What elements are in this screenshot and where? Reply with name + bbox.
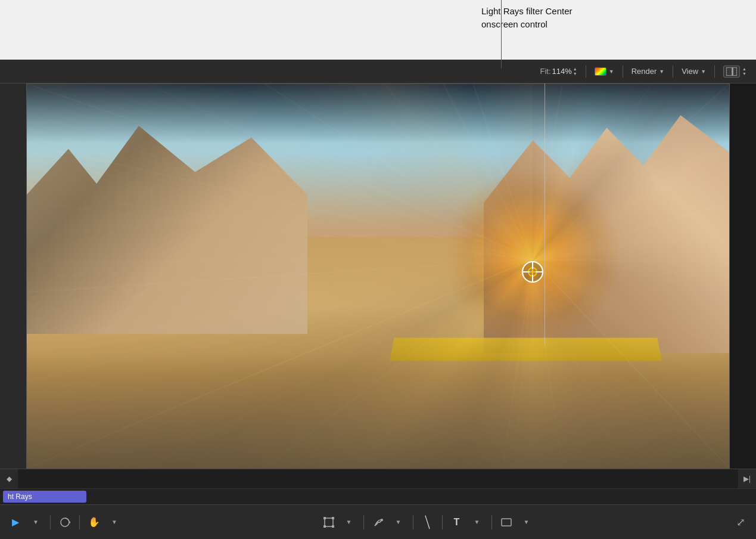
- svg-point-42: [381, 519, 383, 521]
- shape-icon: [501, 518, 512, 526]
- toolbar-divider-2: [623, 66, 623, 78]
- annotation-text: Light Rays filter Center onscreen contro…: [481, 5, 573, 30]
- timeline-bar[interactable]: ◆ ▶|: [0, 469, 756, 489]
- pen-icon: [373, 517, 384, 528]
- toolbar-sep-3: [363, 515, 364, 529]
- svg-rect-1: [733, 67, 737, 76]
- hand-dropdown-button[interactable]: ▼: [106, 514, 123, 531]
- annotation-line: [501, 0, 502, 69]
- svg-line-4: [265, 83, 533, 259]
- toolbar-divider-1: [586, 66, 586, 78]
- timeline-start-icon[interactable]: ◆: [0, 469, 18, 489]
- brush-tool-button[interactable]: ╱: [419, 514, 436, 531]
- fit-control[interactable]: Fit: 114% ▲ ▼: [536, 65, 580, 78]
- annotation-area: [0, 0, 756, 60]
- toolbar-sep-4: [413, 515, 413, 529]
- svg-line-7: [533, 83, 562, 259]
- view-button[interactable]: View ▼: [678, 65, 710, 78]
- svg-line-30: [56, 259, 533, 262]
- fit-value: 114%: [552, 67, 572, 76]
- color-dropdown-icon: ▼: [609, 69, 614, 75]
- text-tool-button[interactable]: T: [449, 514, 465, 531]
- render-button[interactable]: Render ▼: [628, 65, 668, 78]
- expand-button[interactable]: ⤢: [732, 514, 749, 531]
- crosshair-plus-v: [532, 269, 533, 275]
- svg-line-11: [533, 259, 730, 262]
- toolbar-sep-5: [442, 515, 443, 529]
- play-button[interactable]: ▶: [7, 514, 24, 531]
- hand-icon: ✋: [88, 516, 100, 528]
- transform-dropdown-button[interactable]: ▼: [341, 514, 357, 531]
- color-lut-button[interactable]: ▼: [591, 66, 618, 78]
- svg-line-25: [354, 83, 533, 259]
- street-overlay: [26, 353, 730, 469]
- clip-label[interactable]: ht Rays: [3, 491, 86, 503]
- transform-button[interactable]: [321, 514, 337, 531]
- window-layout-button[interactable]: ▲ ▼: [720, 64, 750, 79]
- view-label: View: [682, 67, 698, 76]
- toolbar-divider-3: [673, 66, 673, 78]
- pen-dropdown-button[interactable]: ▼: [390, 514, 407, 531]
- pen-tool-button[interactable]: [370, 514, 387, 531]
- svg-line-6: [473, 83, 533, 259]
- top-toolbar: Fit: 114% ▲ ▼ ▼ Render ▼ View ▼ ▲ ▼: [0, 60, 756, 83]
- svg-line-27: [533, 143, 682, 259]
- clip-row: ht Rays: [0, 489, 756, 504]
- loop-button[interactable]: [57, 514, 73, 531]
- toolbar-sep-1: [50, 515, 51, 529]
- timeline-track[interactable]: [18, 469, 738, 488]
- svg-rect-37: [325, 518, 333, 526]
- loop-icon: [60, 517, 70, 528]
- video-canvas: [26, 83, 730, 469]
- fit-label: Fit:: [540, 67, 550, 76]
- svg-line-12: [533, 259, 730, 352]
- shape-dropdown-button[interactable]: ▼: [518, 514, 535, 531]
- svg-rect-39: [332, 517, 334, 519]
- toolbar-divider-4: [714, 66, 715, 78]
- text-dropdown-button[interactable]: ▼: [469, 514, 486, 531]
- timeline-end-icon[interactable]: ▶|: [738, 469, 756, 489]
- svg-line-9: [533, 83, 730, 259]
- toolbar-sep-2: [79, 515, 80, 529]
- svg-line-22: [26, 203, 533, 259]
- light-rays-center-control[interactable]: [522, 261, 543, 283]
- svg-line-23: [26, 143, 533, 259]
- svg-rect-38: [323, 517, 326, 519]
- transform-icon: [323, 517, 334, 528]
- svg-line-21: [26, 259, 533, 292]
- crosshair-circle: [522, 261, 543, 283]
- render-label: Render: [631, 67, 657, 76]
- brush-icon: ╱: [421, 515, 434, 529]
- bottom-toolbar: ▶ ▼ ✋ ▼ ▼ ▼ ╱: [0, 504, 756, 539]
- svg-rect-43: [502, 519, 511, 526]
- guide-line-vertical: [545, 83, 545, 345]
- hand-tool-button[interactable]: ✋: [86, 514, 102, 531]
- fit-stepper-icon[interactable]: ▲ ▼: [573, 67, 577, 76]
- text-icon: T: [454, 517, 460, 528]
- layout-stepper-icon[interactable]: ▲ ▼: [742, 67, 746, 76]
- svg-line-28: [533, 203, 730, 259]
- window-layout-icon: [723, 66, 740, 78]
- svg-rect-40: [323, 525, 326, 528]
- shape-tool-button[interactable]: [498, 514, 515, 531]
- color-swatch-icon: [595, 67, 606, 76]
- render-dropdown-icon: ▼: [659, 69, 664, 75]
- left-column: [0, 83, 26, 469]
- svg-rect-41: [332, 525, 334, 528]
- play-dropdown-button[interactable]: ▼: [27, 514, 44, 531]
- canvas-area[interactable]: [26, 83, 730, 469]
- toolbar-sep-6: [491, 515, 492, 529]
- expand-icon: ⤢: [736, 516, 745, 529]
- view-dropdown-icon: ▼: [701, 69, 706, 75]
- svg-rect-0: [726, 67, 732, 76]
